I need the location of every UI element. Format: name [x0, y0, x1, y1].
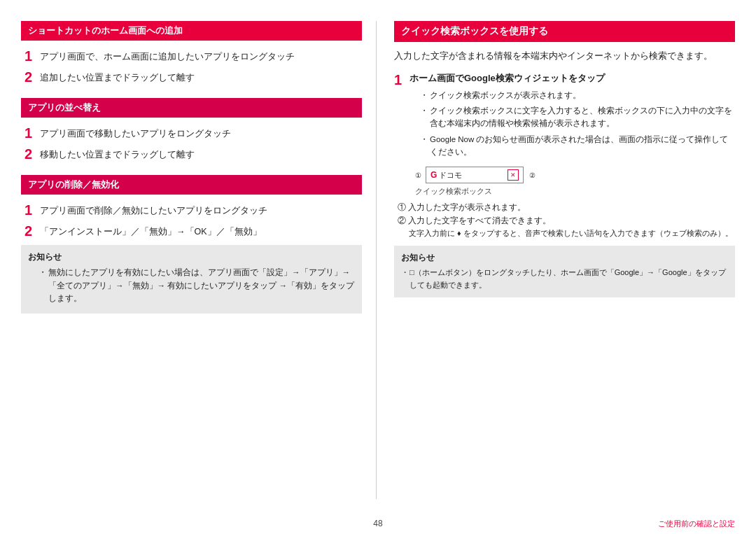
left-column: ショートカットのホーム画面への追加 1 アプリ画面で、ホーム画面に追加したいアプ… — [21, 21, 377, 499]
search-box-caption: クイック検索ボックス — [415, 186, 735, 197]
step-text-2r: 移動したい位置までドラッグして離す — [40, 146, 195, 162]
step-text-1: アプリ画面で、ホーム画面に追加したいアプリをロングタッチ — [40, 48, 295, 64]
notice-box-right: お知らせ ・ □（ホームボタン）をロングタッチしたり、ホーム画面で「Google… — [394, 246, 735, 297]
circle-2: ② — [529, 171, 536, 179]
footer-link[interactable]: ご使用前の確認と設定 — [658, 519, 735, 529]
google-g-icon: G — [430, 170, 437, 180]
notice-box-left: お知らせ 無効にしたアプリを有効にしたい場合は、アプリ画面で「設定」→「アプリ」… — [21, 245, 362, 314]
circle-1: ① — [415, 171, 421, 179]
step-2-shortcut: 2 追加したい位置までドラッグして離す — [24, 69, 362, 85]
step-1-rearrange: 1 アプリ画面で移動したいアプリをロングタッチ — [24, 125, 362, 141]
section-delete: アプリの削除／無効化 1 アプリ画面で削除／無効にしたいアプリをロングタッチ 2… — [21, 175, 362, 314]
notice-title-right: お知らせ — [401, 251, 728, 264]
annotation-3: 文字入力前に ♦ をタップすると、音声で検索したい語句を入力できます（ウェブ検索… — [401, 227, 735, 240]
annotation-1: ① 入力した文字が表示されます。 — [398, 202, 735, 213]
step-num-1r: 1 — [24, 125, 40, 141]
step-text-1d: アプリ画面で削除／無効にしたいアプリをロングタッチ — [40, 202, 267, 218]
step-text-2d: 「アンインストール」／「無効」→「OK」／「無効」 — [40, 223, 262, 239]
section-delete-header: アプリの削除／無効化 — [21, 175, 362, 195]
step-num-2d: 2 — [24, 223, 40, 239]
search-demo-row: ① G ドコモ ✕ ② — [415, 167, 728, 183]
section-rearrange: アプリの並べ替え 1 アプリ画面で移動したいアプリをロングタッチ 2 移動したい… — [21, 98, 362, 162]
step-num-right-1: 1 — [394, 71, 410, 88]
step-1-shortcut: 1 アプリ画面で、ホーム画面に追加したいアプリをロングタッチ — [24, 48, 362, 64]
intro-text: 入力した文字が含まれる情報を本端末内やインターネットから検索できます。 — [394, 49, 735, 63]
right-column: クイック検索ボックスを使用する 入力した文字が含まれる情報を本端末内やインターネ… — [377, 21, 735, 499]
step-num-2r: 2 — [24, 146, 40, 162]
section-shortcut-header: ショートカットのホーム画面への追加 — [21, 21, 362, 41]
notice-title-left: お知らせ — [28, 251, 355, 263]
section-rearrange-header: アプリの並べ替え — [21, 98, 362, 118]
step-2-delete: 2 「アンインストール」／「無効」→「OK」／「無効」 — [24, 223, 362, 239]
step1-bullet-3: Google Now のお知らせ画面が表示された場合は、画面の指示に従って操作し… — [420, 133, 735, 159]
step1-bullet-2: クイック検索ボックスに文字を入力すると、検索ボックスの下に入力中の文字を含む本端… — [420, 104, 735, 130]
page-number: 48 — [373, 519, 382, 528]
step1-bullet-1: クイック検索ボックスが表示されます。 — [420, 89, 735, 101]
step-1-right: 1 ホーム画面でGoogle検索ウィジェットをタップ クイック検索ボックスが表示… — [394, 71, 735, 161]
step-num-1d: 1 — [24, 202, 40, 218]
step-num-1: 1 — [24, 48, 40, 64]
annotation-2: ② 入力した文字をすべて消去できます。 — [398, 216, 735, 226]
step-1-delete: 1 アプリ画面で削除／無効にしたいアプリをロングタッチ — [24, 202, 362, 218]
step-num-2: 2 — [24, 69, 40, 85]
step1-title: ホーム画面でGoogle検索ウィジェットをタップ — [410, 71, 735, 85]
search-box-demo: G ドコモ ✕ — [426, 167, 524, 183]
search-input-text: ドコモ — [439, 170, 462, 181]
notice-bullet-right: ・ □（ホームボタン）をロングタッチしたり、ホーム画面で「Google」→「Go… — [401, 267, 728, 291]
notice-bullet-left: 無効にしたアプリを有効にしたい場合は、アプリ画面で「設定」→「アプリ」→「全ての… — [38, 266, 355, 304]
step1-content: ホーム画面でGoogle検索ウィジェットをタップ クイック検索ボックスが表示され… — [410, 71, 735, 161]
step-text-2: 追加したい位置までドラッグして離す — [40, 69, 195, 85]
section-shortcut: ショートカットのホーム画面への追加 1 アプリ画面で、ホーム画面に追加したいアプ… — [21, 21, 362, 85]
step-text-1r: アプリ画面で移動したいアプリをロングタッチ — [40, 125, 231, 141]
section-quicksearch-header: クイック検索ボックスを使用する — [394, 21, 735, 42]
step-2-rearrange: 2 移動したい位置までドラッグして離す — [24, 146, 362, 162]
clear-button[interactable]: ✕ — [507, 169, 519, 181]
page-footer: 48 ご使用前の確認と設定 — [0, 513, 756, 534]
